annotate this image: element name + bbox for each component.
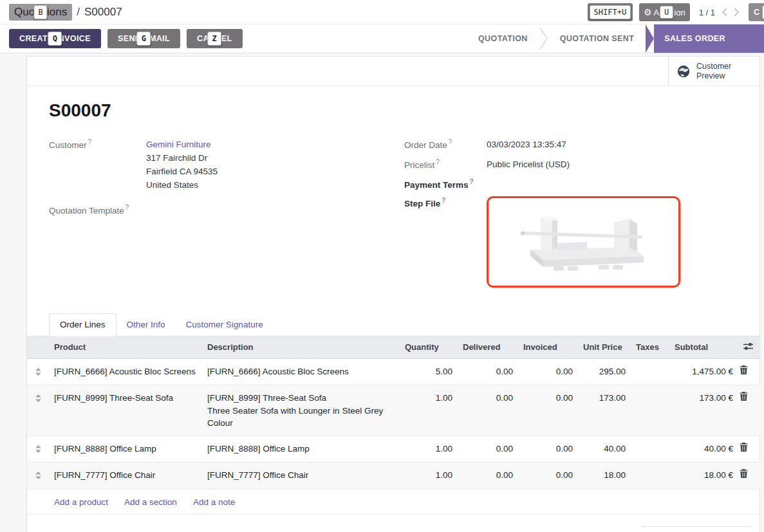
cell-taxes[interactable] xyxy=(631,463,669,490)
shortcut-overlay-save: SHIFT+U xyxy=(590,5,631,19)
total-box: Total: 1,706.00 € xyxy=(642,526,751,532)
payment-terms-label: Payment Terms? xyxy=(404,178,487,190)
delete-row-button[interactable] xyxy=(738,463,761,490)
drag-handle-icon[interactable] xyxy=(27,358,49,385)
cell-taxes[interactable] xyxy=(631,358,669,385)
save-button[interactable]: SHIFT+U xyxy=(588,3,633,21)
status-step-sales-order-label: SALES ORDER xyxy=(654,24,764,53)
cell-invoiced[interactable]: 0.00 xyxy=(518,358,578,385)
customer-preview-button[interactable]: Customer Preview xyxy=(668,57,759,86)
add-note-link[interactable]: Add a note xyxy=(193,497,235,507)
column-description[interactable]: Description xyxy=(202,336,400,359)
cell-quantity[interactable]: 1.00 xyxy=(400,385,458,436)
customer-label: Customer? xyxy=(49,138,146,192)
column-delivered[interactable]: Delivered xyxy=(458,336,518,359)
cell-description[interactable]: [FURN_7777] Office Chair xyxy=(202,463,400,490)
drag-handle-icon[interactable] xyxy=(27,463,49,490)
order-date-value[interactable]: 03/03/2023 13:35:47 xyxy=(487,138,566,151)
column-invoiced[interactable]: Invoiced xyxy=(518,336,578,359)
column-unit-price[interactable]: Unit Price xyxy=(578,336,631,359)
cell-quantity[interactable]: 1.00 xyxy=(400,463,458,490)
send-email-button[interactable]: SEND EMAIL G xyxy=(107,29,180,48)
help-icon: ? xyxy=(126,204,129,211)
statusbar: QUOTATION QUOTATION SENT SALES ORDER xyxy=(467,24,764,53)
table-row[interactable]: [FURN_8999] Three-Seat Sofa [FURN_8999] … xyxy=(27,385,761,436)
cell-delivered[interactable]: 0.00 xyxy=(458,463,518,490)
cancel-button[interactable]: CANCEL Z xyxy=(187,29,242,48)
table-row[interactable]: [FURN_8888] Office Lamp [FURN_8888] Offi… xyxy=(27,436,761,463)
column-quantity[interactable]: Quantity xyxy=(400,336,458,359)
drag-handle-icon[interactable] xyxy=(27,385,49,436)
order-date-label: Order Date? xyxy=(404,138,487,151)
cell-quantity[interactable]: 1.00 xyxy=(400,436,458,463)
topbar-right-controls: SHIFT+U ⚙ A U ion 1 / 1 C xyxy=(588,0,764,24)
cell-delivered[interactable]: 0.00 xyxy=(458,385,518,436)
pager-previous-icon[interactable] xyxy=(722,8,727,17)
customer-address-line: Fairfield CA 94535 xyxy=(146,165,218,178)
shortcut-overlay-action: U xyxy=(660,6,673,19)
column-taxes[interactable]: Taxes xyxy=(631,336,669,359)
trash-icon xyxy=(740,392,748,401)
create-invoice-button[interactable]: CREATE INVOICE Q xyxy=(9,29,101,48)
add-product-link[interactable]: Add a product xyxy=(54,497,108,507)
tab-customer-signature[interactable]: Customer Signature xyxy=(176,314,274,336)
customer-address-line: United States xyxy=(146,178,218,192)
cell-unit-price[interactable]: 40.00 xyxy=(578,436,631,463)
pricelist-value[interactable]: Public Pricelist (USD) xyxy=(487,158,570,171)
cell-product[interactable]: [FURN_8999] Three-Seat Sofa xyxy=(49,385,202,436)
cell-unit-price[interactable]: 18.00 xyxy=(578,463,631,490)
field-column-right: Order Date? 03/03/2023 13:35:47 Pricelis… xyxy=(404,138,736,294)
status-separator-icon xyxy=(539,24,548,53)
cell-delivered[interactable]: 0.00 xyxy=(458,358,518,385)
column-product[interactable]: Product xyxy=(49,336,202,359)
sheet-body: S00007 Customer? Gemini Furniture 317 Fa… xyxy=(27,86,759,294)
terms-input[interactable]: Terms and conditions... xyxy=(53,526,142,532)
cell-product[interactable]: [FURN_8888] Office Lamp xyxy=(49,436,202,463)
trash-icon xyxy=(740,365,748,374)
cell-invoiced[interactable]: 0.00 xyxy=(518,463,578,490)
control-bar: CREATE INVOICE Q SEND EMAIL G CANCEL Z Q… xyxy=(0,24,764,53)
drag-handle-icon[interactable] xyxy=(27,436,49,463)
shortcut-overlay-breadcrumb: B xyxy=(33,5,47,19)
cell-product[interactable]: [FURN_6666] Acoustic Bloc Screens xyxy=(49,358,202,385)
delete-row-button[interactable] xyxy=(738,436,761,463)
handle-column-header xyxy=(27,336,49,359)
cell-invoiced[interactable]: 0.00 xyxy=(518,385,578,436)
customer-link[interactable]: Gemini Furniture xyxy=(146,140,211,149)
cell-description[interactable]: [FURN_6666] Acoustic Bloc Screens xyxy=(202,358,400,385)
step-file-image[interactable] xyxy=(487,196,680,288)
cell-product[interactable]: [FURN_7777] Office Chair xyxy=(49,463,202,490)
shortcut-overlay-send-email: G xyxy=(137,32,151,46)
corner-button[interactable]: C xyxy=(749,3,764,21)
customer-preview-label: Customer Preview xyxy=(696,62,731,81)
status-step-sales-order[interactable]: SALES ORDER xyxy=(646,24,764,53)
tab-order-lines[interactable]: Order Lines xyxy=(49,313,116,336)
action-label-prefix: A xyxy=(653,8,659,17)
cell-taxes[interactable] xyxy=(631,385,669,436)
status-step-quotation-sent[interactable]: QUOTATION SENT xyxy=(548,24,646,53)
delete-row-button[interactable] xyxy=(738,358,761,385)
breadcrumb-parent-link[interactable]: Quotations B xyxy=(9,4,72,21)
column-subtotal[interactable]: Subtotal xyxy=(669,336,738,359)
table-row[interactable]: [FURN_7777] Office Chair [FURN_7777] Off… xyxy=(27,463,761,490)
cell-invoiced[interactable]: 0.00 xyxy=(518,436,578,463)
pager-next-icon[interactable] xyxy=(734,8,740,17)
delete-row-button[interactable] xyxy=(738,385,761,436)
breadcrumb-current: S00007 xyxy=(84,6,122,19)
cell-quantity[interactable]: 5.00 xyxy=(400,358,458,385)
optional-columns-button[interactable] xyxy=(738,336,761,359)
action-menu-button[interactable]: ⚙ A U ion xyxy=(639,3,690,21)
cell-description[interactable]: [FURN_8999] Three-Seat Sofa Three Seater… xyxy=(202,385,400,436)
cell-unit-price[interactable]: 295.00 xyxy=(578,358,631,385)
tab-other-info[interactable]: Other Info xyxy=(116,314,176,336)
cell-unit-price[interactable]: 173.00 xyxy=(578,385,631,436)
cell-delivered[interactable]: 0.00 xyxy=(458,436,518,463)
cell-description[interactable]: [FURN_8888] Office Lamp xyxy=(202,436,400,463)
table-row[interactable]: [FURN_6666] Acoustic Bloc Screens [FURN_… xyxy=(27,358,761,385)
notebook-tabs: Order Lines Other Info Customer Signatur… xyxy=(27,313,759,336)
cell-taxes[interactable] xyxy=(631,436,669,463)
add-section-link[interactable]: Add a section xyxy=(124,497,177,507)
status-step-quotation[interactable]: QUOTATION xyxy=(467,24,539,53)
add-line-row: Add a product Add a section Add a note xyxy=(27,489,761,515)
help-icon: ? xyxy=(449,138,452,145)
